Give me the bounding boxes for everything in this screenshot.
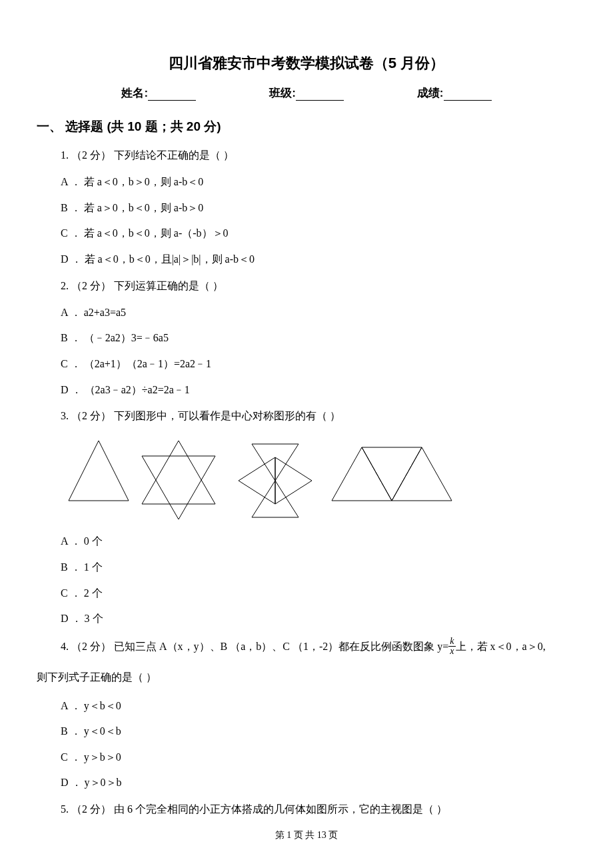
q1-option-d: D ． 若 a＜0，b＜0，且|a|＞|b|，则 a-b＜0 bbox=[61, 251, 576, 268]
q2-option-c: C ． （2a+1）（2a﹣1）=2a2﹣1 bbox=[61, 355, 576, 373]
svg-marker-1 bbox=[142, 456, 215, 519]
q3-option-d: D ． 3 个 bbox=[61, 610, 576, 627]
q3-stem: 3. （2 分） 下列图形中，可以看作是中心对称图形的有（ ） bbox=[61, 407, 576, 425]
q1-option-a: A ． 若 a＜0，b＞0，则 a-b＜0 bbox=[61, 173, 576, 191]
q4-option-d: D ． y＞0＞b bbox=[61, 774, 576, 791]
header-fields: 姓名: 班级: 成绩: bbox=[37, 85, 576, 101]
q5-stem: 5. （2 分） 由 6 个完全相同的小正方体搭成的几何体如图所示，它的主视图是… bbox=[61, 800, 576, 818]
bowtie-icon bbox=[239, 444, 312, 517]
q4-text-pre: 4. （2 分） 已知三点 A（x，y）、B （a，b）、C （1，-2）都在反… bbox=[61, 641, 448, 652]
name-field: 姓名: bbox=[121, 85, 196, 101]
page-title: 四川省雅安市中考数学模拟试卷（5 月份） bbox=[37, 53, 576, 73]
q3-option-b: B ． 1 个 bbox=[61, 559, 576, 576]
svg-marker-5 bbox=[275, 457, 312, 504]
score-blank bbox=[444, 100, 492, 101]
q4-text-post: 上，若 x＜0，a＞0, bbox=[456, 641, 546, 652]
svg-marker-8 bbox=[392, 447, 452, 501]
score-label: 成绩: bbox=[417, 87, 444, 99]
shapes-figure bbox=[62, 434, 576, 521]
class-label: 班级: bbox=[269, 87, 296, 99]
q4-option-a: A ． y＜b＜0 bbox=[61, 697, 576, 715]
triangle-icon bbox=[69, 441, 129, 501]
page-footer: 第 1 页 共 13 页 bbox=[0, 829, 613, 841]
svg-marker-4 bbox=[239, 457, 275, 504]
name-blank bbox=[148, 100, 196, 101]
score-field: 成绩: bbox=[417, 85, 492, 101]
q4-option-c: C ． y＞b＞0 bbox=[61, 749, 576, 766]
q2-option-a: A ． a2+a3=a5 bbox=[61, 304, 576, 321]
fraction-denominator: x bbox=[448, 647, 455, 656]
q2-option-b: B ． （﹣2a2）3=﹣6a5 bbox=[61, 329, 576, 347]
name-label: 姓名: bbox=[121, 87, 148, 99]
fraction-k-over-x: kx bbox=[448, 637, 455, 656]
q4-stem: 4. （2 分） 已知三点 A（x，y）、B （a，b）、C （1，-2）都在反… bbox=[61, 636, 576, 657]
q2-option-d: D ． （2a3﹣a2）÷a2=2a﹣1 bbox=[61, 381, 576, 399]
q1-option-b: B ． 若 a＞0，b＜0，则 a-b＞0 bbox=[61, 199, 576, 217]
q4-stem-cont: 则下列式子正确的是（ ） bbox=[37, 667, 576, 688]
class-field: 班级: bbox=[269, 85, 344, 101]
q1-option-c: C ． 若 a＜0，b＜0，则 a-（-b）＞0 bbox=[61, 225, 576, 242]
section-header: 一、 选择题 (共 10 题；共 20 分) bbox=[37, 118, 576, 135]
star-icon bbox=[142, 441, 215, 519]
q4-option-b: B ． y＜0＜b bbox=[61, 723, 576, 740]
q3-option-c: C ． 2 个 bbox=[61, 585, 576, 602]
zigzag-icon bbox=[332, 447, 452, 501]
svg-marker-7 bbox=[362, 447, 422, 501]
q2-stem: 2. （2 分） 下列运算正确的是（ ） bbox=[61, 277, 576, 295]
shapes-svg bbox=[62, 434, 462, 521]
class-blank bbox=[296, 100, 344, 101]
q3-option-a: A ． 0 个 bbox=[61, 533, 576, 550]
fraction-numerator: k bbox=[448, 637, 455, 647]
svg-marker-0 bbox=[142, 441, 215, 504]
q1-stem: 1. （2 分） 下列结论不正确的是（ ） bbox=[61, 146, 576, 164]
svg-marker-6 bbox=[332, 447, 392, 501]
